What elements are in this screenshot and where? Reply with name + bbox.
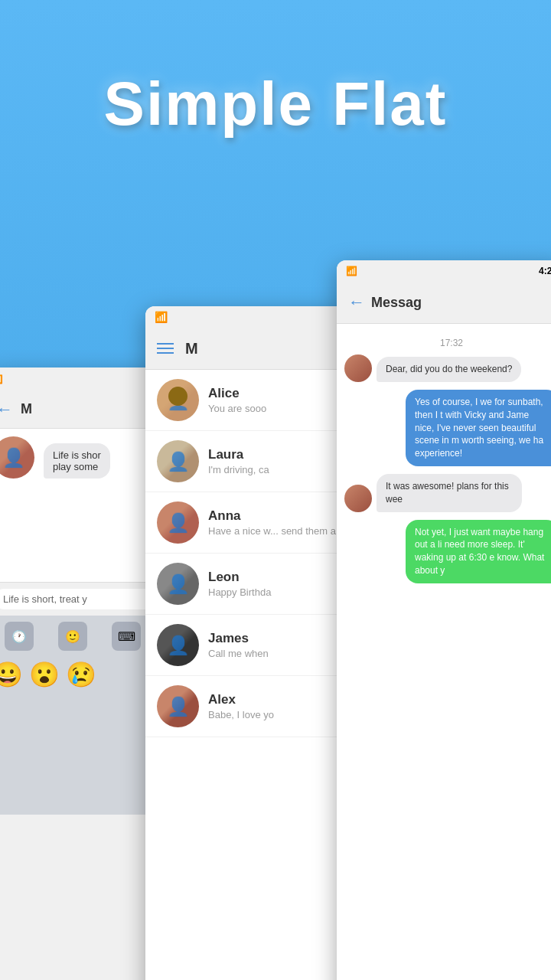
screen3-phone: 📶 4:21 ← Messag 17:32 Dear, did you do t… bbox=[337, 260, 551, 980]
hamburger-menu-button[interactable] bbox=[157, 343, 174, 354]
avatar-alice: 👤 bbox=[157, 379, 199, 421]
bubble-received-2: It was awesome! plans for this wee bbox=[377, 474, 522, 512]
msg-received-1: Dear, did you do the weekend? bbox=[344, 354, 551, 382]
screen1-avatar: 👤 bbox=[0, 436, 34, 479]
screen1-avatar-face: 👤 bbox=[0, 436, 34, 479]
screen2-header-title: M bbox=[185, 340, 198, 358]
leon-face: 👤 bbox=[157, 563, 199, 605]
emoji-surprised[interactable]: 😮 bbox=[29, 660, 60, 689]
keyboard-icon[interactable]: ⌨ bbox=[112, 622, 141, 651]
chat-timestamp: 17:32 bbox=[344, 338, 551, 348]
screen3-chat-area: 17:32 Dear, did you do the weekend? Yes … bbox=[337, 324, 551, 952]
screen1-bubble-text: Life is shorplay some bbox=[44, 443, 110, 479]
screens-container: 📶 ← M 👤 Life is shorplay some Life is sh… bbox=[0, 214, 551, 980]
screen1-header-title: M bbox=[21, 401, 32, 417]
anna-face: 👤 bbox=[157, 501, 199, 544]
msg-sent-blue: Yes of course, I we for sunbath, then I … bbox=[344, 390, 551, 466]
screen3-header: ← Messag bbox=[337, 282, 551, 324]
screen2-wifi-icon: 📶 bbox=[155, 311, 168, 323]
emoji-icon[interactable]: 🙂 bbox=[58, 622, 87, 651]
screen3-header-title: Messag bbox=[371, 295, 422, 311]
msg-avatar-2 bbox=[344, 485, 372, 512]
screen1-wifi-icon: 📶 bbox=[0, 374, 3, 384]
hamburger-line1 bbox=[157, 343, 174, 345]
msg-avatar-1 bbox=[344, 354, 372, 382]
avatar-leon: 👤 bbox=[157, 563, 199, 605]
emoji-smile[interactable]: 😀 bbox=[0, 660, 23, 689]
app-title: Simple Flat bbox=[0, 69, 551, 139]
emoji-cry[interactable]: 😢 bbox=[66, 660, 96, 689]
msg-received-2: It was awesome! plans for this wee bbox=[344, 474, 551, 512]
alice-face: 👤 bbox=[157, 379, 199, 421]
avatar-laura: 👤 bbox=[157, 440, 199, 482]
bubble-green-1: Not yet, I just want maybe hang out a li… bbox=[406, 520, 551, 583]
avatar-alex: 👤 bbox=[157, 685, 199, 727]
hamburger-line2 bbox=[157, 348, 174, 349]
bubble-received-1: Dear, did you do the weekend? bbox=[377, 357, 521, 382]
bubble-blue-1: Yes of course, I we for sunbath, then I … bbox=[406, 390, 551, 466]
screen3-status-bar: 📶 4:21 bbox=[337, 260, 551, 282]
screen3-back-button[interactable]: ← bbox=[348, 292, 365, 312]
hamburger-line3 bbox=[157, 352, 174, 354]
screen3-time: 4:21 bbox=[539, 266, 551, 276]
avatar-james: 👤 bbox=[157, 624, 199, 666]
screen3-wifi-icon: 📶 bbox=[346, 266, 357, 276]
screen1-back-button[interactable]: ← bbox=[0, 400, 13, 420]
alex-face: 👤 bbox=[157, 685, 199, 727]
timer-icon[interactable]: 🕐 bbox=[5, 622, 34, 651]
laura-face: 👤 bbox=[157, 440, 199, 482]
msg-sent-green: Not yet, I just want maybe hang out a li… bbox=[344, 520, 551, 583]
avatar-anna: 👤 bbox=[157, 501, 199, 544]
james-face: 👤 bbox=[157, 624, 199, 666]
